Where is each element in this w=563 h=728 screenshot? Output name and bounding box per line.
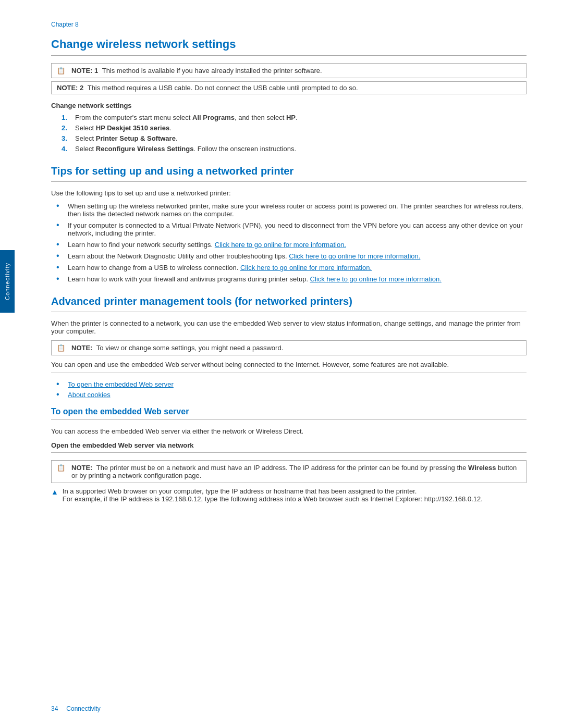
tip6-link[interactable]: Click here to go online for more informa… [310,275,442,283]
footer-page: 34 [51,705,58,712]
section3-title: Advanced printer management tools (for n… [51,295,527,307]
bullet-dot-5: • [56,263,65,272]
connectivity-side-tab: Connectivity [0,250,15,313]
section4-intro: You can access the embedded Web server v… [51,427,527,435]
warning-para: ▲ In a supported Web browser on your com… [51,487,527,503]
divider3 [51,312,527,312]
link-item-1: • To open the embedded Web server [56,380,527,388]
step3-num: 3. [62,134,73,142]
note2-block: NOTE: 2 This method requires a USB cable… [51,81,527,94]
tip-5-text: Learn how to change from a USB to wirele… [68,264,372,272]
section3-note-text: NOTE: To view or change some settings, y… [71,344,283,352]
tip-6: • Learn how to work with your firewall a… [56,275,527,283]
tip-3-text: Learn how to find your network security … [68,241,346,249]
section4-note-icon: 📋 [57,464,67,472]
warning-text: In a supported Web browser on your compu… [63,487,483,503]
tip5-link[interactable]: Click here to go online for more informa… [240,264,372,272]
divider1 [51,55,527,56]
bullet-dot-4: • [56,252,65,260]
bullet-dot-3: • [56,240,65,249]
tip-2: • If your computer is connected to a Vir… [56,221,527,237]
footer-bar: 34 Connectivity [15,705,563,712]
section3-note-icon: 📋 [57,344,67,352]
steps-list: 1. From the computer's start menu select… [62,114,527,153]
tip-6-text: Learn how to work with your firewall and… [68,275,442,283]
section4-title: To open the embedded Web server [51,407,527,416]
change-network-settings-heading: Change network settings [51,102,527,109]
section3-links-list: • To open the embedded Web server • Abou… [56,380,527,399]
section1-title: Change wireless network settings [51,38,527,51]
tip-4-text: Learn about the Network Diagnostic Utili… [68,252,420,260]
tip-1-text: When setting up the wireless networked p… [68,202,527,218]
note2-text: NOTE: 2 This method requires a USB cable… [57,84,358,92]
tips-bullet-list: • When setting up the wireless networked… [56,202,527,283]
step-3: 3. Select Printer Setup & Software. [62,134,527,142]
step1-text: From the computer's start menu select Al… [75,114,298,121]
bullet-dot-2: • [56,221,65,229]
footer-label: Connectivity [66,705,100,712]
link-bullet-2: • [56,390,65,399]
triangle-icon: ▲ [51,488,58,496]
tip3-link[interactable]: Click here to go online for more informa… [215,241,346,249]
step2-num: 2. [62,124,73,132]
chapter-label: Chapter 8 [51,21,527,28]
tip-3: • Learn how to find your network securit… [56,241,527,249]
section2-title: Tips for setting up and using a networke… [51,165,527,177]
divider2 [51,181,527,182]
step-2: 2. Select HP Deskjet 3510 series. [62,124,527,132]
about-cookies-link[interactable]: About cookies [68,391,111,399]
step2-text: Select HP Deskjet 3510 series. [75,124,172,132]
step-1: 1. From the computer's start menu select… [62,114,527,121]
side-tab-label: Connectivity [4,263,10,300]
step4-text: Select Reconfigure Wireless Settings. Fo… [75,145,296,153]
section3-intro: When the printer is connected to a netwo… [51,319,527,335]
divider3b [51,373,527,373]
open-embedded-web-server-link[interactable]: To open the embedded Web server [68,380,174,388]
section4-note-text: NOTE: The printer must be on a network a… [71,464,521,479]
step4-num: 4. [62,145,73,153]
section4-note-block: 📋 NOTE: The printer must be on a network… [51,460,527,483]
tip-2-text: If your computer is connected to a Virtu… [68,221,527,237]
open-via-network-heading: Open the embedded Web server via network [51,441,527,449]
step1-num: 1. [62,114,73,121]
tip4-link[interactable]: Click here to go online for more informa… [289,252,420,260]
section3-plain-para: You can open and use the embedded Web se… [51,361,527,368]
divider4b [51,452,527,453]
bullet-dot-6: • [56,275,65,283]
tip-4: • Learn about the Network Diagnostic Uti… [56,252,527,260]
section3-note-block: 📋 NOTE: To view or change some settings,… [51,340,527,355]
divider4 [51,419,527,420]
note1-block: 📋 NOTE: 1 This method is available if yo… [51,63,527,78]
link-bullet-1: • [56,380,65,388]
bullet-dot-1: • [56,202,65,210]
tip-1: • When setting up the wireless networked… [56,202,527,218]
step-4: 4. Select Reconfigure Wireless Settings.… [62,145,527,153]
section2-intro: Use the following tips to set up and use… [51,189,527,197]
note1-text: NOTE: 1 This method is available if you … [71,67,322,75]
link-item-2: • About cookies [56,391,527,399]
note1-icon: 📋 [57,67,67,75]
tip-5: • Learn how to change from a USB to wire… [56,264,527,272]
step3-text: Select Printer Setup & Software. [75,134,178,142]
